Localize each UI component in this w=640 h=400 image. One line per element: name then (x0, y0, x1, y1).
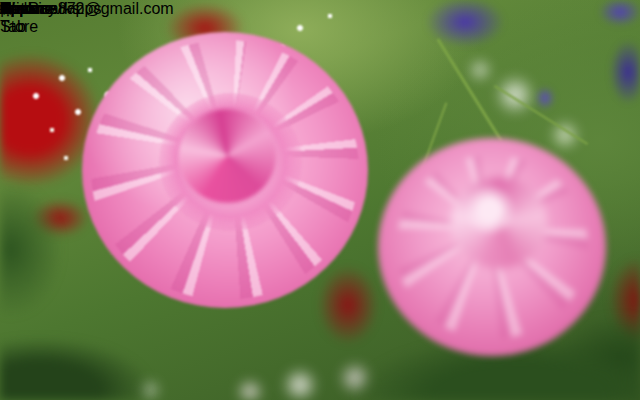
photo-pink-rose-left (82, 32, 368, 308)
photo-pink-rose-right (378, 138, 606, 356)
web-store-link[interactable]: Web Store (0, 0, 38, 36)
background-photo (0, 0, 640, 400)
chrome-theme-preview-window: Apps × New Tab × ErisRay – □ × ← → ↻ Chr… (0, 0, 640, 400)
